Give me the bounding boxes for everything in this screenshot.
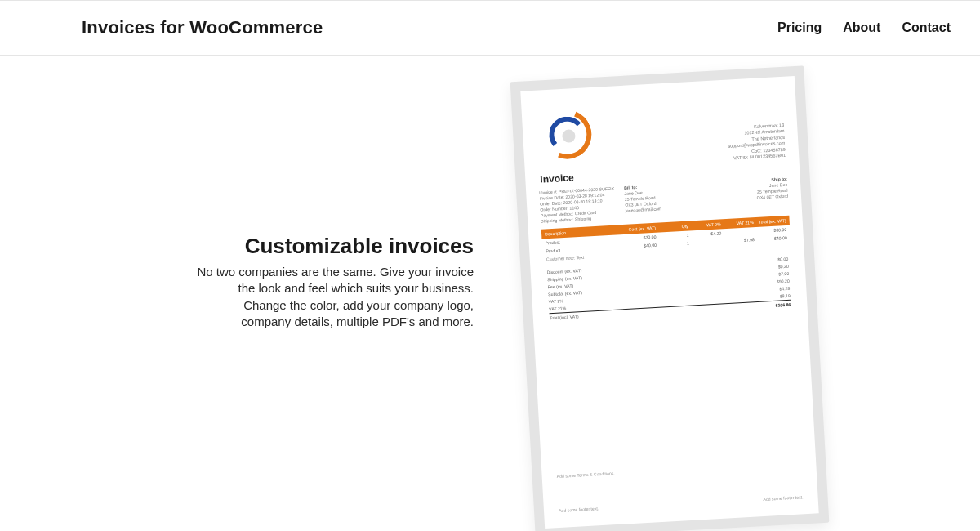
ship-to: Ship to: Jane Doe 25 Temple Road OX4 0ET… — [709, 176, 789, 215]
hero-section: Customizable invoices No two companies a… — [0, 56, 980, 531]
cell-vat9 — [689, 239, 722, 245]
cell-cost: $30.00 — [623, 234, 656, 241]
nav-about[interactable]: About — [843, 20, 880, 35]
col-vat21: VAT 21% — [721, 220, 754, 226]
cell-vat21: $7.98 — [722, 237, 755, 243]
footer-right-text: Add some footer text. — [763, 494, 804, 502]
cell-vat21 — [721, 229, 754, 235]
invoice-preview: Kalverstraat 13 1012NX Amsterdam The Net… — [510, 65, 830, 531]
primary-nav: Pricing About Contact — [777, 20, 951, 35]
hero-title: Customizable invoices — [49, 234, 474, 259]
invoice-meta-left: Invoice #: PREFIX-00044-2020-SUFFIX Invo… — [539, 185, 619, 224]
hero-body-line: No two companies are the same. Give your… — [198, 265, 474, 279]
bill-to: Bill to: Jane Doe 25 Temple Road OX3 0ET… — [624, 181, 704, 220]
brand-title: Invoices for WooCommerce — [82, 17, 323, 38]
hero-copy: Customizable invoices No two companies a… — [49, 234, 474, 330]
cell-vat9: $4.20 — [688, 230, 721, 237]
cell-total: $40.00 — [755, 235, 787, 242]
hero-body-line: the look and feel which suits your busin… — [238, 281, 474, 295]
top-bar: Invoices for WooCommerce Pricing About C… — [0, 0, 980, 56]
cell-total: $30.00 — [754, 227, 786, 234]
grand-total-value: $106.86 — [736, 301, 791, 310]
nav-pricing[interactable]: Pricing — [777, 20, 822, 35]
col-qty: Qty — [656, 224, 688, 230]
totals-block: Discount (ex. VAT)$0.00 Shipping (ex. VA… — [543, 255, 794, 322]
terms-text: Add some Terms & Conditions. — [557, 471, 615, 479]
cell-qty: 1 — [656, 233, 688, 239]
footer-left-text: Add some footer text. — [559, 506, 599, 513]
hero-body-line: Change the color, add your company logo, — [243, 298, 474, 312]
col-vat9: VAT 9% — [688, 221, 721, 228]
company-address: Kalverstraat 13 1012NX Amsterdam The Net… — [727, 123, 786, 162]
col-total: Total (ex. VAT) — [754, 218, 786, 225]
cell-cost: $40.00 — [624, 243, 657, 249]
hero-body: No two companies are the same. Give your… — [49, 264, 474, 330]
cell-qty: 1 — [657, 241, 689, 248]
hero-body-line: company details, multiple PDF's and more… — [241, 315, 474, 328]
col-cost: Cost (ex. VAT) — [623, 225, 656, 232]
nav-contact[interactable]: Contact — [902, 20, 951, 35]
invoice-document: Kalverstraat 13 1012NX Amsterdam The Net… — [510, 65, 830, 531]
company-logo — [536, 104, 598, 166]
